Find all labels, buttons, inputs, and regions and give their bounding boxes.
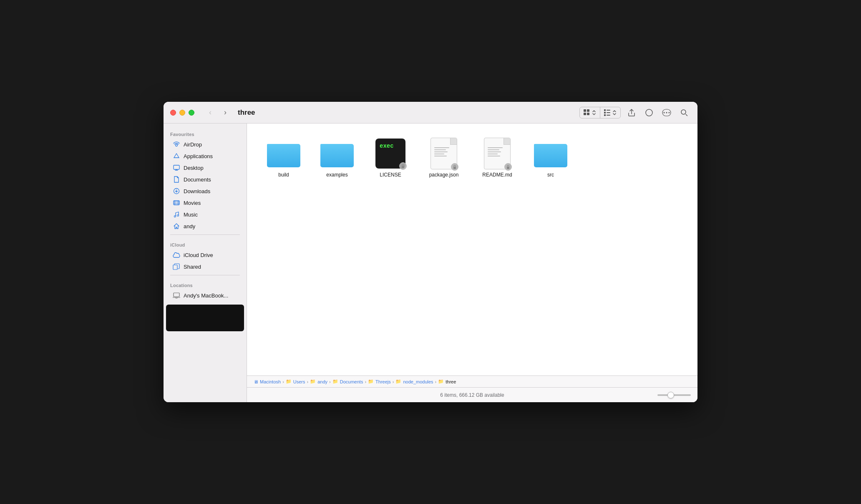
sidebar-item-andy[interactable]: andy <box>166 220 244 232</box>
tag-button[interactable] <box>642 106 656 119</box>
home-icon <box>173 222 180 230</box>
andy-folder-icon: 📁 <box>310 379 316 384</box>
folder-icon-examples <box>320 139 354 169</box>
file-name-build: build <box>278 172 289 179</box>
sidebar-item-movies[interactable]: Movies <box>166 197 244 209</box>
svg-rect-8 <box>607 112 610 113</box>
breadcrumb-sep-4: › <box>365 379 366 384</box>
breadcrumb-macintosh[interactable]: 🖥 Macintosh <box>254 379 281 384</box>
svg-rect-0 <box>584 109 586 112</box>
file-name-package-json: package.json <box>429 172 459 179</box>
back-button[interactable]: ‹ <box>204 107 216 118</box>
users-folder-icon: 📁 <box>286 379 292 384</box>
svg-point-10 <box>664 112 665 113</box>
minimize-button[interactable] <box>179 110 185 116</box>
folder-icon-build <box>267 139 300 169</box>
downloads-label: Downloads <box>184 188 210 194</box>
file-item-build[interactable]: build <box>259 134 309 182</box>
file-name-readme-md: README.md <box>482 172 512 179</box>
finder-window: ‹ › three <box>164 102 697 402</box>
sidebar-item-documents[interactable]: Documents <box>166 174 244 185</box>
file-item-readme-md[interactable]: README.md <box>472 134 522 182</box>
breadcrumb-bar: 🖥 Macintosh › 📁 Users › 📁 andy › 📁 Docum… <box>247 375 697 387</box>
node-modules-folder-icon: 📁 <box>395 379 401 384</box>
breadcrumb-threejs[interactable]: 📁 Threejs <box>368 379 391 384</box>
svg-rect-9 <box>607 115 610 116</box>
view-toggle <box>579 107 621 118</box>
sidebar-divider-2 <box>170 275 240 275</box>
svg-rect-23 <box>402 166 404 168</box>
more-button[interactable] <box>660 106 673 119</box>
movies-label: Movies <box>184 200 201 206</box>
view-icon-button[interactable] <box>580 107 600 118</box>
zoom-slider-thumb[interactable] <box>667 392 674 398</box>
sidebar-item-music[interactable]: Music <box>166 209 244 220</box>
main-content: build examples <box>247 123 697 402</box>
file-item-examples[interactable]: examples <box>312 134 362 182</box>
icloud-header: iCloud <box>164 237 247 249</box>
sidebar-item-downloads[interactable]: Downloads <box>166 185 244 197</box>
movies-icon <box>173 199 180 207</box>
view-list-button[interactable] <box>600 107 620 118</box>
breadcrumb-users[interactable]: 📁 Users <box>286 379 305 384</box>
file-item-package-json[interactable]: package.json <box>419 134 469 182</box>
doc-icon-readme-md <box>481 139 514 169</box>
zoom-slider[interactable] <box>657 394 691 396</box>
documents-icon <box>173 176 180 183</box>
breadcrumb-andy[interactable]: 📁 andy <box>310 379 327 384</box>
titlebar: ‹ › three <box>164 102 697 123</box>
toolbar-actions <box>579 106 691 119</box>
sidebar-item-applications[interactable]: Applications <box>166 150 244 162</box>
toolbar: ‹ › three <box>198 106 691 119</box>
applications-icon <box>173 152 180 160</box>
sidebar-item-airdrop[interactable]: AirDrop <box>166 139 244 150</box>
breadcrumb-documents[interactable]: 📁 Documents <box>332 379 363 384</box>
macintosh-icon: 🖥 <box>254 379 258 384</box>
breadcrumb-node-modules[interactable]: 📁 node_modules <box>395 379 433 384</box>
sidebar-item-desktop[interactable]: Desktop <box>166 162 244 174</box>
file-area: build examples <box>247 123 697 375</box>
statusbar: 6 items, 666.12 GB available <box>247 387 697 402</box>
shared-icon <box>173 263 180 270</box>
sidebar-divider-1 <box>170 234 240 235</box>
icloud-drive-label: iCloud Drive <box>184 252 213 258</box>
svg-rect-18 <box>174 201 179 205</box>
close-button[interactable] <box>170 110 176 116</box>
doc-icon-package-json <box>427 139 461 169</box>
svg-point-15 <box>176 144 178 146</box>
cloud-icon <box>173 251 180 259</box>
sidebar-item-icloud-drive[interactable]: iCloud Drive <box>166 249 244 261</box>
svg-rect-3 <box>587 113 589 115</box>
window-title: three <box>238 108 576 117</box>
sidebar-item-macbook[interactable]: Andy's MacBook... <box>166 290 244 301</box>
search-button[interactable] <box>677 106 691 119</box>
forward-button[interactable]: › <box>219 107 231 118</box>
breadcrumb-sep-1: › <box>282 379 284 384</box>
share-button[interactable] <box>625 106 638 119</box>
laptop-icon <box>173 292 180 299</box>
svg-point-14 <box>681 110 686 114</box>
file-name-examples: examples <box>326 172 347 179</box>
sidebar-item-shared[interactable]: Shared <box>166 261 244 272</box>
svg-rect-16 <box>174 165 179 169</box>
breadcrumb-sep-5: › <box>393 379 394 384</box>
sidebar: Favourites AirDrop <box>164 123 247 402</box>
documents-label: Documents <box>184 176 211 183</box>
breadcrumb-three[interactable]: 📁 three <box>438 379 456 384</box>
maximize-button[interactable] <box>189 110 194 116</box>
breadcrumb-sep-3: › <box>329 379 331 384</box>
downloads-icon <box>173 187 180 195</box>
music-label: Music <box>184 212 198 218</box>
svg-rect-2 <box>584 113 586 115</box>
file-item-license[interactable]: exec LICENSE <box>365 134 415 182</box>
desktop-icon <box>173 164 180 171</box>
airdrop-icon <box>173 141 180 148</box>
svg-rect-21 <box>173 265 177 270</box>
documents-folder-icon: 📁 <box>332 379 338 384</box>
locations-header: Locations <box>164 278 247 290</box>
breadcrumb-sep-6: › <box>435 379 437 384</box>
exec-icon-license: exec <box>374 139 407 169</box>
folder-icon-src <box>534 139 567 169</box>
file-item-src[interactable]: src <box>526 134 576 182</box>
favourites-header: Favourites <box>164 127 247 139</box>
